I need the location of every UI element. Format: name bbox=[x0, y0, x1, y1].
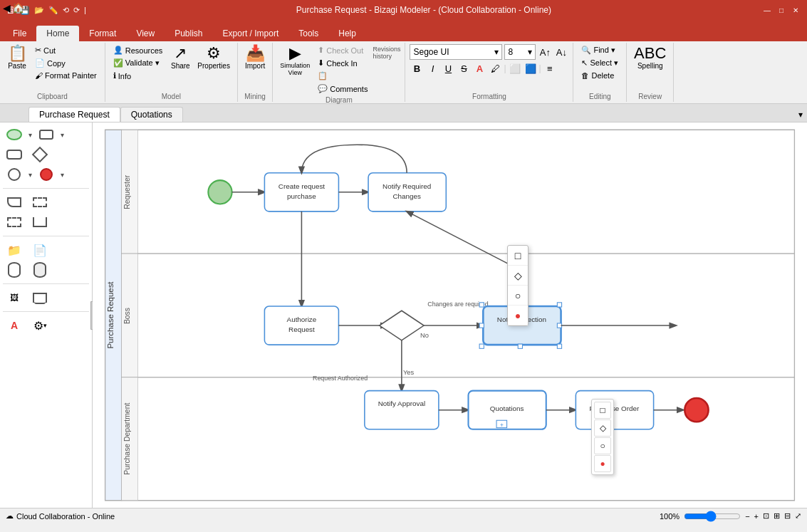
fit-page-button[interactable]: ⊡ bbox=[763, 511, 769, 521]
nav-back-button[interactable]: ◀ bbox=[3, 2, 11, 14]
tab-export[interactable]: Export / Import bbox=[213, 26, 289, 41]
dashcorner-shape[interactable] bbox=[3, 214, 26, 231]
lshape-shape[interactable] bbox=[28, 214, 51, 231]
tab-file[interactable]: File bbox=[3, 26, 36, 41]
font-shrink-button[interactable]: A↓ bbox=[554, 45, 568, 59]
fill-color-button[interactable]: 🟦 bbox=[524, 61, 538, 75]
font-size-selector[interactable]: 8 ▾ bbox=[504, 44, 536, 60]
clipboard-label: Clipboard bbox=[37, 93, 68, 100]
simulation-button[interactable]: ▶ Simulation View bbox=[277, 44, 313, 78]
diagram-home-button[interactable]: 🏠 bbox=[12, 2, 24, 14]
status-text: Cloud Collaboration - Online bbox=[16, 512, 115, 521]
db-shape[interactable] bbox=[28, 261, 51, 278]
minimize-btn[interactable]: — bbox=[761, 4, 773, 16]
paste-button[interactable]: 📋 Paste bbox=[4, 44, 30, 71]
layout-button[interactable]: ⊟ bbox=[784, 511, 791, 521]
circle-shape[interactable] bbox=[3, 166, 26, 183]
italic-button[interactable]: I bbox=[425, 61, 439, 75]
validate-button[interactable]: ✅Validate ▾ bbox=[110, 57, 167, 69]
highlight-button[interactable]: 🖊 bbox=[488, 61, 502, 75]
import-button[interactable]: 📥 Import bbox=[242, 44, 268, 71]
info-button[interactable]: ℹInfo bbox=[110, 70, 167, 82]
border-color-button[interactable]: ⬜ bbox=[508, 61, 522, 75]
select-button[interactable]: ↖Select ▾ bbox=[578, 57, 622, 69]
svg-rect-32 bbox=[479, 303, 484, 307]
copy-button[interactable]: 📄Copy bbox=[31, 57, 100, 69]
cut-button[interactable]: ✂Cut bbox=[31, 44, 100, 56]
diamond-shape[interactable] bbox=[28, 146, 51, 163]
strikethrough-button[interactable]: S bbox=[457, 61, 471, 75]
svg-rect-39 bbox=[557, 344, 561, 348]
ctx-red-circle-button[interactable]: ● bbox=[508, 306, 528, 325]
checkin-button[interactable]: ⬇Check In bbox=[314, 57, 371, 69]
align-button[interactable]: ≡ bbox=[543, 61, 557, 75]
delete-button[interactable]: 🗑Delete bbox=[578, 70, 622, 81]
checkout-button[interactable]: ⬆Check Out bbox=[314, 44, 371, 56]
checkout-icon: ⬆ bbox=[318, 46, 324, 55]
shape-row-5 bbox=[3, 213, 89, 231]
wavy-rect-shape[interactable] bbox=[28, 289, 51, 306]
editing-label: Editing bbox=[589, 93, 611, 100]
resources-button[interactable]: 👤Resources bbox=[110, 44, 167, 56]
folder-shape[interactable]: 📁 bbox=[3, 241, 26, 259]
image-shape[interactable]: 🖼 bbox=[3, 289, 26, 306]
tab-publish[interactable]: Publish bbox=[165, 26, 212, 41]
svg-text:Create request: Create request bbox=[278, 182, 326, 190]
zoom-label: 100% bbox=[660, 512, 680, 521]
share-button[interactable]: ↗ Share bbox=[167, 44, 193, 71]
ctx-circle-button[interactable]: ○ bbox=[508, 286, 528, 306]
delete-icon: 🗑 bbox=[581, 71, 589, 80]
zoom-out-button[interactable]: − bbox=[745, 512, 749, 521]
tab-collapse-button[interactable]: ▾ bbox=[794, 108, 807, 122]
ctx-diamond-button[interactable]: ◇ bbox=[508, 266, 528, 286]
tab-purchase-request[interactable]: Purchase Request bbox=[28, 107, 120, 122]
doc-shape[interactable]: 📄 bbox=[28, 241, 51, 259]
sp-circle-button[interactable]: ○ bbox=[594, 437, 611, 454]
close-btn[interactable]: ✕ bbox=[790, 4, 801, 16]
fullscreen-button[interactable]: ⤢ bbox=[795, 511, 801, 521]
tab-home[interactable]: Home bbox=[36, 26, 79, 41]
rounded-rect-shape[interactable] bbox=[3, 146, 26, 163]
revisions-button[interactable]: 📋 bbox=[314, 70, 371, 82]
properties-button[interactable]: ⚙ Properties bbox=[194, 44, 233, 71]
cylinder-shape[interactable] bbox=[3, 261, 26, 278]
corner-shape[interactable] bbox=[3, 194, 26, 211]
settings-shape[interactable]: ⚙ ▾ bbox=[28, 317, 51, 334]
simulation-icon: ▶ bbox=[289, 46, 301, 61]
svg-text:Request: Request bbox=[288, 325, 315, 333]
sp-diamond-button[interactable]: ◇ bbox=[594, 419, 611, 437]
grid-view-button[interactable]: ⊞ bbox=[774, 511, 780, 521]
comments-button[interactable]: 💬Comments bbox=[314, 83, 371, 95]
sp-rect-button[interactable]: □ bbox=[594, 402, 611, 419]
shape-row-7 bbox=[3, 261, 89, 279]
font-grow-button[interactable]: A↑ bbox=[538, 45, 552, 59]
text-shape[interactable]: A bbox=[3, 317, 26, 334]
bold-button[interactable]: B bbox=[410, 61, 424, 75]
svg-rect-37 bbox=[479, 344, 484, 348]
cut-icon: ✂ bbox=[35, 46, 41, 55]
zoom-slider[interactable] bbox=[684, 511, 741, 522]
shapes-panel: ▾ ▾ ▾ ▾ bbox=[0, 122, 93, 508]
oval-green-shape[interactable] bbox=[3, 126, 26, 143]
dashed-rect-shape[interactable] bbox=[28, 194, 51, 211]
tab-help[interactable]: Help bbox=[328, 26, 366, 41]
zoom-in-button[interactable]: + bbox=[754, 512, 759, 521]
properties-icon: ⚙ bbox=[207, 46, 221, 61]
underline-button[interactable]: U bbox=[441, 61, 455, 75]
canvas-area[interactable]: Purchase Request Requester Boss Purchase… bbox=[93, 122, 807, 508]
red-circle-shape[interactable] bbox=[35, 166, 58, 183]
spelling-button[interactable]: ABC Spelling bbox=[631, 44, 669, 71]
format-painter-button[interactable]: 🖌Format Painter bbox=[31, 70, 100, 81]
font-color-button[interactable]: A bbox=[472, 61, 486, 75]
rect-shape[interactable] bbox=[35, 126, 58, 143]
tab-tools[interactable]: Tools bbox=[288, 26, 328, 41]
tab-format[interactable]: Format bbox=[79, 26, 126, 41]
ctx-rect-button[interactable]: □ bbox=[508, 246, 528, 266]
svg-text:Quotations: Quotations bbox=[490, 405, 524, 412]
find-button[interactable]: 🔍Find ▾ bbox=[578, 44, 622, 56]
tab-view[interactable]: View bbox=[126, 26, 165, 41]
tab-quotations[interactable]: Quotations bbox=[120, 107, 183, 122]
font-selector[interactable]: Segoe UI ▾ bbox=[410, 44, 502, 60]
maximize-btn[interactable]: □ bbox=[776, 4, 787, 16]
sp-red-circle-button[interactable]: ● bbox=[594, 455, 611, 472]
